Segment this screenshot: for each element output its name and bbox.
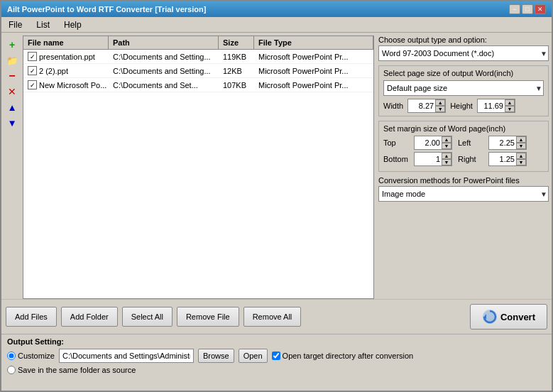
row-checkbox-2[interactable]: ✓: [28, 80, 37, 89]
top-label: Top: [383, 138, 408, 147]
menu-help[interactable]: Help: [60, 18, 86, 31]
output-path-input[interactable]: [59, 349, 194, 363]
left-down-button[interactable]: ▼: [516, 143, 526, 149]
dimension-row: Width ▲ ▼ Height ▲: [383, 99, 544, 113]
width-up-button[interactable]: ▲: [435, 99, 445, 106]
convert-button[interactable]: Convert: [470, 304, 547, 330]
conversion-dropdown[interactable]: Image mode: [378, 186, 549, 202]
height-down-button[interactable]: ▼: [505, 106, 515, 112]
left-panel: + 📁 − ✕ ▲ ▼: [4, 36, 374, 299]
page-size-section: Select page size of output Word(inch) De…: [378, 65, 549, 116]
width-down-button[interactable]: ▼: [435, 106, 445, 112]
mid-area: + 📁 − ✕ ▲ ▼: [1, 33, 552, 299]
file-list: File name Path Size File Type ✓ presenta…: [23, 36, 374, 299]
remove-all-button[interactable]: Remove All: [243, 307, 302, 327]
margin-section: Set margin size of Word page(inch) Top ▲…: [378, 121, 549, 172]
right-panel: Choose output type and option: Word 97-2…: [378, 36, 549, 299]
select-all-button[interactable]: Select All: [122, 307, 173, 327]
left-input[interactable]: [489, 136, 516, 149]
top-spin-buttons: ▲ ▼: [442, 136, 451, 149]
conversion-section: Conversion methods for PowerPoint files …: [378, 176, 549, 202]
height-input[interactable]: [478, 99, 505, 112]
bottom-down-button[interactable]: ▼: [442, 159, 451, 165]
col-header-path: Path: [109, 36, 219, 49]
table-row[interactable]: ✓ New Microsoft Po... C:\Documents and S…: [23, 78, 373, 92]
col-header-filetype: File Type: [254, 36, 373, 49]
cell-name-1: ✓ 2 (2).ppt: [23, 65, 109, 76]
add-button[interactable]: +: [6, 38, 18, 51]
height-label: Height: [450, 102, 473, 110]
right-input[interactable]: [489, 153, 516, 165]
left-spin-buttons: ▲ ▼: [516, 136, 526, 149]
clear-button[interactable]: ✕: [6, 85, 18, 98]
remove-button[interactable]: −: [6, 70, 18, 82]
page-size-dropdown[interactable]: Default page size: [383, 80, 544, 96]
browse-button[interactable]: Browse: [198, 349, 234, 363]
move-up-button[interactable]: ▲: [6, 101, 18, 114]
bottom-input[interactable]: [415, 153, 442, 165]
same-folder-radio-label[interactable]: Save in the same folder as source: [7, 366, 136, 374]
open-target-label[interactable]: Open target directory after conversion: [272, 352, 414, 360]
cross-icon: ✕: [8, 86, 16, 97]
output-type-section: Choose output type and option: Word 97-2…: [378, 36, 549, 61]
output-type-dropdown-container: Word 97-2003 Document (*.doc) ▼: [378, 45, 549, 61]
close-button[interactable]: ✕: [535, 4, 546, 14]
remove-file-button[interactable]: Remove File: [177, 307, 239, 327]
height-spin-buttons: ▲ ▼: [505, 99, 515, 112]
conversion-dropdown-container: Image mode ▼: [378, 186, 549, 202]
top-down-button[interactable]: ▼: [442, 143, 451, 149]
height-up-button[interactable]: ▲: [505, 99, 515, 106]
customize-radio[interactable]: [7, 352, 16, 360]
right-spin-buttons: ▲ ▼: [516, 153, 526, 165]
bottom-spinbox[interactable]: ▲ ▼: [414, 152, 452, 166]
right-down-button[interactable]: ▼: [516, 159, 526, 165]
table-row[interactable]: ✓ presentation.ppt C:\Documents and Sett…: [23, 50, 373, 64]
output-customize-row: Customize Browse Open Open target direct…: [7, 349, 546, 363]
cell-type-1: Microsoft PowerPoint Pr...: [254, 66, 373, 76]
file-list-header: File name Path Size File Type: [23, 36, 373, 50]
width-label: Width: [383, 102, 403, 110]
height-spinbox[interactable]: ▲ ▼: [477, 99, 515, 113]
bottom-up-button[interactable]: ▲: [442, 153, 451, 159]
add-folder-button[interactable]: Add Folder: [61, 307, 118, 327]
margin-bottom-row: Bottom ▲ ▼ Right ▲: [383, 152, 544, 166]
maximize-button[interactable]: □: [522, 4, 533, 14]
cell-size-1: 12KB: [219, 66, 254, 76]
content-area: + 📁 − ✕ ▲ ▼: [1, 33, 552, 391]
page-size-label: Select page size of output Word(inch): [383, 69, 544, 77]
open-target-checkbox[interactable]: [272, 352, 280, 360]
menu-file[interactable]: File: [4, 18, 26, 31]
table-row[interactable]: ✓ 2 (2).ppt C:\Documents and Setting... …: [23, 64, 373, 78]
cell-size-2: 107KB: [219, 80, 254, 90]
row-checkbox-1[interactable]: ✓: [28, 66, 37, 75]
left-spinbox[interactable]: ▲ ▼: [488, 136, 527, 150]
convert-icon: [482, 309, 498, 325]
right-up-button[interactable]: ▲: [516, 153, 526, 159]
main-window: Ailt PowerPoint to Word RTF Converter [T…: [0, 0, 553, 392]
same-folder-radio[interactable]: [7, 366, 16, 374]
cell-path-0: C:\Documents and Setting...: [109, 52, 219, 62]
col-header-size: Size: [219, 36, 254, 49]
add-files-button[interactable]: Add Files: [6, 307, 57, 327]
left-label: Left: [458, 138, 483, 147]
folder-icon: 📁: [6, 55, 18, 66]
customize-radio-label[interactable]: Customize: [7, 352, 55, 360]
output-type-dropdown[interactable]: Word 97-2003 Document (*.doc): [378, 45, 549, 61]
width-spinbox[interactable]: ▲ ▼: [407, 99, 446, 113]
move-down-button[interactable]: ▼: [6, 116, 18, 129]
top-up-button[interactable]: ▲: [442, 136, 451, 143]
top-input[interactable]: [415, 136, 442, 149]
vertical-toolbar: + 📁 − ✕ ▲ ▼: [4, 36, 20, 299]
add-folder-btn[interactable]: 📁: [6, 54, 18, 67]
width-input[interactable]: [408, 99, 435, 112]
right-spinbox[interactable]: ▲ ▼: [488, 152, 527, 166]
open-button[interactable]: Open: [239, 349, 268, 363]
minimize-button[interactable]: −: [509, 4, 520, 14]
customize-label: Customize: [18, 352, 55, 360]
output-type-label: Choose output type and option:: [378, 36, 549, 44]
left-up-button[interactable]: ▲: [516, 136, 526, 143]
top-spinbox[interactable]: ▲ ▼: [414, 136, 452, 150]
menu-list[interactable]: List: [32, 18, 54, 31]
cell-name-0: ✓ presentation.ppt: [23, 51, 109, 62]
row-checkbox-0[interactable]: ✓: [28, 52, 37, 61]
